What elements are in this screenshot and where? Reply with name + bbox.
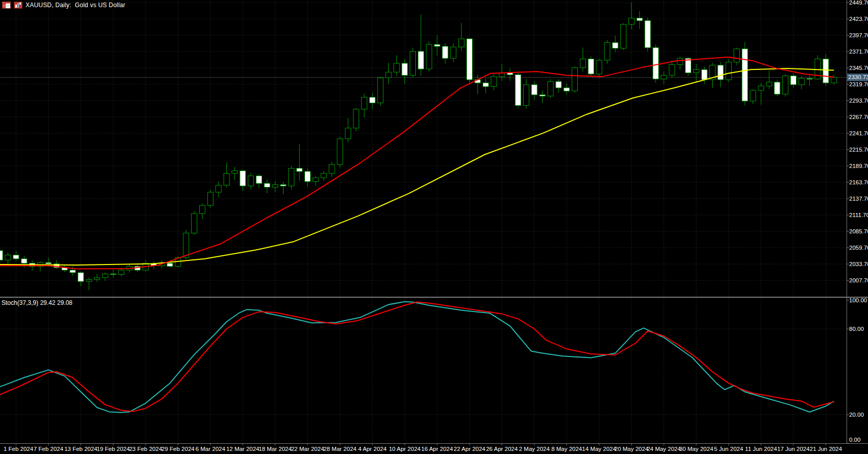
bear-candle-body [613,42,618,48]
date-tick-label: 10 Apr 2024 [389,446,420,452]
bull-candle-body [451,47,456,58]
bear-candle-body [515,75,521,105]
bull-candle-body [386,72,391,78]
bear-candle-body [264,183,270,187]
bull-candle-body [345,128,351,139]
bear-candle-body [240,171,246,186]
date-tick-label: 11 Jun 2024 [745,446,777,452]
chart-title: XAUUSD, Daily: Gold vs US Dollar [26,2,125,9]
date-tick-label: 12 Mar 2024 [226,446,260,452]
date-tick-label: 7 Feb 2024 [34,446,63,452]
bull-candle-body [726,62,732,80]
bull-candle-body [192,213,197,233]
bear-candle-body [531,85,537,95]
candles [0,3,837,291]
stoch-signal-line [0,302,834,411]
date-tick-label: 8 May 2024 [551,446,582,452]
bear-candle-body [369,98,375,103]
bull-candle-body [329,164,335,173]
bull-candle-body [5,255,11,260]
bull-candle-body [831,78,837,83]
bear-candle-body [45,262,51,264]
bear-candle-body [70,270,76,273]
bear-candle-body [280,185,286,186]
bull-candle-body [394,63,400,72]
bull-candle-body [629,18,635,24]
bear-candle-body [645,20,650,47]
bear-candle-body [13,255,19,258]
bear-candle-body [807,79,812,79]
date-tick-label: 20 May 2024 [615,446,649,452]
bear-candle-body [21,259,27,264]
ma-fast-line [0,57,834,269]
price-tick-label: 2137.70 [849,196,868,202]
bull-candle-body [232,171,238,174]
bear-candle-body [483,83,488,86]
bull-candle-body [313,178,318,181]
bear-candle-body [539,95,545,97]
bull-candle-body [766,82,772,86]
price-tick-label: 2293.70 [849,98,868,104]
chart-window: XAUUSD, Daily: Gold vs US Dollar Stoch(3… [0,0,868,454]
date-tick-label: 18 Mar 2024 [259,446,292,452]
stoch-tick-label: 100.00 [849,297,867,303]
bull-candle-body [693,69,699,73]
bear-candle-body [775,82,780,94]
date-tick-label: 16 Apr 2024 [421,446,453,452]
date-tick-label: 5 Jun 2024 [714,446,743,452]
bear-candle-body [718,65,723,80]
bear-candle-body [637,18,642,20]
price-tick-label: 2059.70 [849,245,868,251]
bear-candle-body [564,88,570,91]
date-tick-label: 22 Mar 2024 [291,446,324,452]
bull-candle-body [119,270,124,275]
stoch-tick-label: 20.00 [849,412,864,418]
date-tick-label: 21 Jun 2024 [810,446,842,452]
bull-candle-body [199,205,205,213]
price-tick-label: 2163.70 [849,179,868,185]
bear-candle-body [110,274,116,274]
bear-candle-body [791,76,796,85]
date-tick-label: 24 May 2024 [647,446,681,452]
bull-candle-body [86,279,92,281]
bear-candle-body [297,169,302,172]
bear-candle-body [418,52,424,69]
chart-canvas[interactable] [0,0,868,454]
indicator-label: Stoch(37,3,9) 29.42 29.08 [2,299,73,306]
bear-candle-body [0,251,3,260]
bear-candle-body [78,273,84,281]
bull-candle-body [378,78,383,103]
price-tick-label: 2111.70 [849,212,868,218]
price-tick-label: 2085.70 [849,228,868,234]
bear-candle-body [167,263,173,266]
date-tick-label: 17 Jun 2024 [777,446,809,452]
bull-candle-body [459,39,464,47]
stoch-tick-label: 0.00 [849,437,860,443]
date-tick-label: 30 May 2024 [679,446,714,452]
bull-candle-body [224,173,229,185]
bear-candle-body [402,63,408,75]
bull-candle-body [548,82,553,96]
bull-candle-body [669,65,675,76]
bull-candle-body [272,185,278,187]
bull-candle-body [596,60,602,74]
ma-slow-line [0,68,834,265]
bear-candle-body [742,49,747,101]
price-tick-label: 2189.70 [849,163,868,169]
current-price-badge: 2330.73 [847,74,868,81]
bull-candle-body [354,109,359,128]
date-tick-label: 29 Feb 2024 [161,446,195,452]
date-tick-label: 6 Mar 2024 [196,446,225,452]
price-tick-label: 2241.70 [849,130,868,136]
market-watch-icon [2,2,11,9]
price-tick-label: 2033.70 [849,261,868,267]
bear-candle-body [588,59,594,74]
bull-candle-body [734,49,740,62]
bull-candle-body [248,176,254,186]
price-tick-label: 2397.70 [849,32,868,38]
bull-candle-body [661,75,667,79]
stoch-tick-label: 80.00 [849,326,864,332]
price-tick-label: 2267.70 [849,114,868,120]
price-tick-label: 2345.70 [849,65,868,71]
price-tick-label: 2423.70 [849,16,868,22]
